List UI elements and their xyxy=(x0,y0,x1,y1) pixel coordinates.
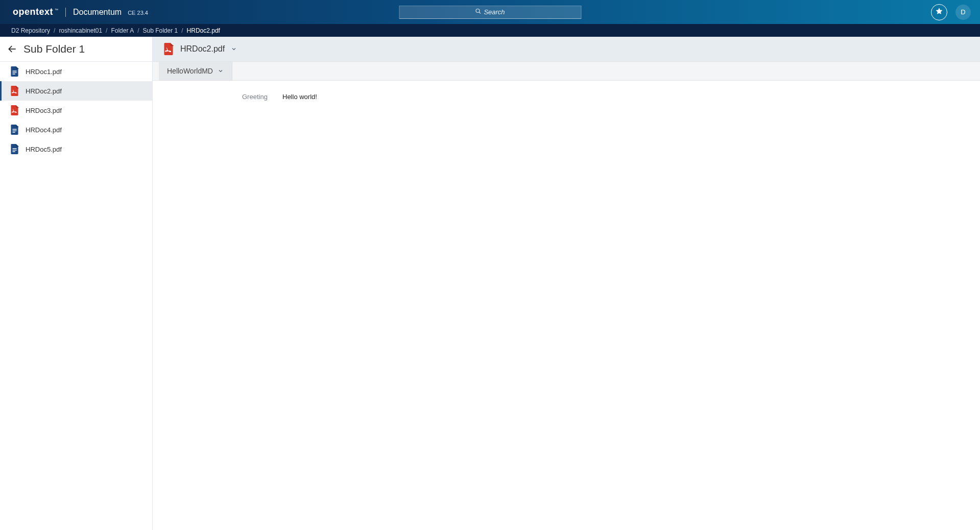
document-icon xyxy=(10,144,19,154)
star-icon xyxy=(935,7,943,17)
file-list: HRDoc1.pdfHRDoc2.pdfHRDoc3.pdfHRDoc4.pdf… xyxy=(0,62,152,530)
document-icon xyxy=(10,125,19,135)
chevron-down-icon xyxy=(231,46,237,52)
subtab-label: HelloWorldMD xyxy=(167,67,213,75)
chevron-down-icon xyxy=(218,68,224,74)
brand-tm: ™ xyxy=(55,8,58,12)
breadcrumb-separator: / xyxy=(106,27,107,34)
subtab-menu-toggle[interactable] xyxy=(218,68,224,74)
file-name: HRDoc2.pdf xyxy=(26,87,62,95)
arrow-left-icon xyxy=(7,44,17,54)
breadcrumb-separator: / xyxy=(54,27,55,34)
breadcrumb-item[interactable]: roshincabinet01 xyxy=(59,27,102,34)
avatar-initial: D xyxy=(961,8,965,16)
breadcrumb-item[interactable]: D2 Repository xyxy=(11,27,50,34)
pdf-icon xyxy=(10,105,19,115)
breadcrumb-item[interactable]: Sub Folder 1 xyxy=(143,27,178,34)
properties-panel: Greeting Hello world! xyxy=(153,81,980,530)
file-name: HRDoc1.pdf xyxy=(26,68,62,76)
brand: opentext ™ Documentum CE 23.4 xyxy=(13,7,148,17)
search-icon xyxy=(475,8,481,16)
property-value: Hello world! xyxy=(282,93,317,101)
file-name: HRDoc5.pdf xyxy=(26,146,62,153)
breadcrumb-separator: / xyxy=(137,27,139,34)
brand-product: Documentum xyxy=(73,8,122,17)
document-title: HRDoc2.pdf xyxy=(180,44,225,54)
brand-main: opentext xyxy=(13,7,53,17)
subtab-helloworldmd[interactable]: HelloWorldMD xyxy=(159,62,232,81)
breadcrumb: D2 Repository/roshincabinet01/Folder A/S… xyxy=(0,24,980,37)
property-label: Greeting xyxy=(242,93,270,101)
document-menu-toggle[interactable] xyxy=(231,46,237,52)
app-body: Sub Folder 1 HRDoc1.pdfHRDoc2.pdfHRDoc3.… xyxy=(0,37,980,530)
favorites-button[interactable] xyxy=(931,4,947,20)
file-name: HRDoc4.pdf xyxy=(26,126,62,134)
brand-version: CE 23.4 xyxy=(128,10,148,16)
user-avatar[interactable]: D xyxy=(955,5,971,20)
pdf-icon xyxy=(10,86,19,96)
file-item[interactable]: HRDoc5.pdf xyxy=(0,139,152,159)
sidebar-title: Sub Folder 1 xyxy=(23,43,85,55)
brand-separator xyxy=(65,8,66,17)
sidebar-header: Sub Folder 1 xyxy=(0,37,152,62)
breadcrumb-separator: / xyxy=(181,27,183,34)
search-placeholder: Search xyxy=(484,8,505,16)
file-name: HRDoc3.pdf xyxy=(26,107,62,114)
sidebar: Sub Folder 1 HRDoc1.pdfHRDoc2.pdfHRDoc3.… xyxy=(0,37,153,530)
svg-point-3 xyxy=(476,9,480,13)
file-item[interactable]: HRDoc4.pdf xyxy=(0,120,152,139)
property-row-greeting: Greeting Hello world! xyxy=(242,93,980,101)
file-item[interactable]: HRDoc2.pdf xyxy=(0,81,152,101)
file-item[interactable]: HRDoc1.pdf xyxy=(0,62,152,81)
file-item[interactable]: HRDoc3.pdf xyxy=(0,101,152,120)
pdf-icon xyxy=(163,43,174,55)
breadcrumb-item[interactable]: Folder A xyxy=(111,27,134,34)
content-pane: HRDoc2.pdf HelloWorldMD Greeting Hello w… xyxy=(153,37,980,530)
header-actions: D xyxy=(931,4,971,20)
search-input[interactable]: Search xyxy=(399,6,581,19)
back-button[interactable] xyxy=(7,44,17,54)
top-header: opentext ™ Documentum CE 23.4 Search D xyxy=(0,0,980,24)
document-icon xyxy=(10,66,19,77)
svg-line-4 xyxy=(479,12,481,14)
subtabs: HelloWorldMD xyxy=(153,62,980,81)
global-search[interactable]: Search xyxy=(399,6,581,19)
content-header: HRDoc2.pdf xyxy=(153,37,980,62)
breadcrumb-item: HRDoc2.pdf xyxy=(187,27,220,34)
